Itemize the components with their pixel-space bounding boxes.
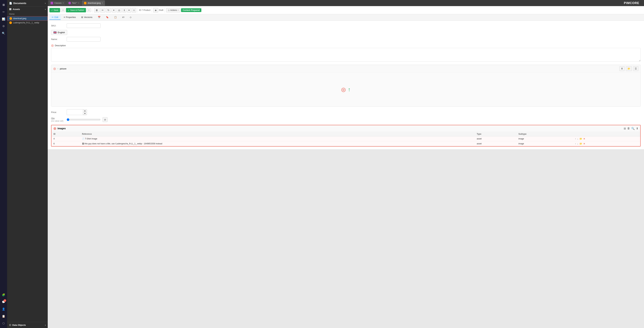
qty-slider[interactable]: [67, 118, 100, 121]
actions-button[interactable]: ◇ Actions ▾: [166, 8, 180, 12]
price-spinner: ▲ ▼: [83, 109, 87, 115]
tab-download[interactable]: 🟠 download.jpeg ×: [82, 0, 105, 6]
picture-upload-large-icon: ↑: [348, 86, 350, 93]
picture-folder-btn[interactable]: 📁: [626, 66, 632, 71]
row1-ref-label: T-Shirt Image: [85, 137, 97, 140]
form-content: SKU: 🇬🇧 English Name: ◎ Description: [48, 21, 644, 149]
picture-up-icon: ↑: [57, 67, 58, 70]
actions-label: Actions: [170, 9, 177, 11]
sku-input[interactable]: [67, 23, 100, 28]
images-table-header: ID Reference Type Subtype: [52, 132, 640, 136]
tab-classes[interactable]: 🟪 Classes ×: [48, 0, 66, 6]
assets-arrow[interactable]: ›: [45, 8, 46, 11]
info-button[interactable]: ℹ: [122, 8, 126, 13]
data-objects-section[interactable]: ⬡ Data Objects ›: [7, 322, 48, 328]
download-tab-close[interactable]: ×: [102, 2, 103, 4]
save-publish-button[interactable]: ✓ Save & Publish: [66, 8, 86, 12]
language-tab[interactable]: 🇬🇧 English: [51, 30, 67, 35]
picture-label: picture: [60, 67, 66, 70]
sidebar-icon-search[interactable]: 🔍: [0, 30, 6, 36]
documents-arrow[interactable]: ›: [45, 2, 46, 5]
toolbar-sep-3: [152, 8, 152, 13]
documents-header[interactable]: 📄 Documents ›: [7, 0, 48, 7]
file-tree-item-ladengescha[interactable]: 🟠 Ladengescha_ft-LL_1_.webp: [7, 21, 48, 25]
share-button[interactable]: ⎋: [132, 8, 136, 13]
table-row: 6 🖼 this guy does not have a title, use …: [52, 141, 640, 146]
images-search-btn[interactable]: 🔍: [631, 127, 635, 130]
sec-tab-tag[interactable]: 🏷: [120, 15, 127, 20]
row2-up-btn[interactable]: ↑: [575, 142, 576, 145]
sec-tab-properties[interactable]: ≡ Properties: [61, 15, 78, 20]
info-dropdown-button[interactable]: ▾: [127, 8, 131, 13]
sec-tab-tasks[interactable]: 📋: [112, 15, 119, 20]
sidebar-icon-plugin[interactable]: 🧩: [0, 292, 6, 298]
save-dropdown-arrow: ▾: [62, 9, 64, 11]
breadcrumb: Home: [7, 12, 48, 16]
row1-down-btn[interactable]: ↓: [577, 137, 578, 140]
download-file-icon: 🟠: [9, 17, 12, 20]
qty-reset-btn[interactable]: ⊘: [102, 117, 108, 122]
delete-button[interactable]: 🗑: [94, 8, 100, 13]
sidebar-icon-settings[interactable]: ⚙: [0, 23, 6, 29]
bookmark-icon: 🔖: [106, 16, 109, 19]
assets-header[interactable]: 🖼 Assets ›: [7, 7, 48, 12]
target-button[interactable]: ◎: [116, 8, 122, 13]
sidebar-icon-list[interactable]: 📋: [0, 313, 6, 319]
row2-subtype: image: [516, 141, 573, 146]
row2-folder-btn[interactable]: 📁: [579, 142, 582, 145]
picture-upload-btn[interactable]: ⬆: [620, 66, 624, 71]
row2-down-btn[interactable]: ↓: [577, 142, 578, 145]
price-up-btn[interactable]: ▲: [83, 109, 87, 112]
sec-tab-versions[interactable]: ⊞ Versions: [79, 15, 95, 20]
icon-sidebar: ⊞ ✏ 📊 ⚙ 🔍 🧩 💬 4 👤 📋 ⬡: [0, 0, 7, 328]
sec-tab-bookmark[interactable]: 🔖: [104, 15, 111, 20]
edit-pencil-button[interactable]: ✏: [100, 8, 105, 13]
save-publish-dropdown-button[interactable]: ▾: [87, 8, 91, 12]
schedule-icon: 📅: [98, 16, 100, 19]
images-section-label: Images: [58, 127, 66, 130]
sidebar-icon-pimcore[interactable]: ⬡: [0, 320, 6, 326]
save-dropdown-button[interactable]: ▾: [61, 8, 65, 12]
classes-tab-close[interactable]: ×: [62, 2, 64, 4]
download-tab-icon: 🟠: [84, 2, 87, 5]
sidebar-icon-chat[interactable]: 💬 4: [0, 299, 6, 305]
tabs-left: 🟪 Classes × 🟣 Test * × 🟠 download.jpeg ×: [48, 0, 105, 6]
save-button[interactable]: ✓ Save: [50, 8, 60, 12]
sec-tab-edit[interactable]: ✏ Edit: [50, 15, 60, 20]
diamond-icon: ◇: [130, 16, 132, 19]
row2-delete-btn[interactable]: ✕: [583, 142, 585, 145]
assets-icon: 🖼: [9, 8, 11, 11]
sidebar-icon-charts[interactable]: 📊: [0, 16, 6, 22]
name-input[interactable]: [67, 37, 100, 42]
file-tree-item-download[interactable]: 🟠 download.jpeg: [7, 16, 48, 21]
sidebar-icon-dashboard[interactable]: ⊞: [0, 2, 6, 8]
properties-tab-icon: ≡: [64, 16, 65, 19]
price-down-btn[interactable]: ▼: [83, 112, 87, 115]
refresh-button[interactable]: ↻: [106, 8, 111, 13]
sidebar-icon-tools[interactable]: ✏: [0, 9, 6, 15]
pimcore-logo: PIMCORE: [624, 1, 642, 5]
picture-body: ◎ ↑: [51, 73, 640, 106]
sidebar-icon-person[interactable]: 👤: [0, 306, 6, 312]
sec-tab-diamond[interactable]: ◇: [128, 15, 134, 20]
description-target-icon: ◎: [51, 44, 54, 47]
test-tab-close[interactable]: ×: [78, 2, 79, 4]
description-textarea[interactable]: [51, 48, 640, 62]
actions-icon: ◇: [168, 9, 170, 11]
row1-delete-btn[interactable]: ✕: [583, 137, 585, 140]
price-input[interactable]: [67, 110, 83, 114]
picture-menu-btn[interactable]: ☰: [633, 66, 638, 71]
row1-up-btn[interactable]: ↑: [575, 137, 576, 140]
dropdown-more-button[interactable]: ▾: [112, 8, 116, 13]
data-objects-arrow[interactable]: ›: [45, 324, 46, 326]
images-header-left: ◎ Images: [54, 126, 66, 130]
row2-reference: 🖼 this guy does not have a title, use /L…: [80, 141, 475, 146]
name-row: Name:: [51, 37, 640, 42]
images-filter-btn[interactable]: ⊞: [624, 127, 626, 130]
images-upload-btn[interactable]: ⬆: [636, 127, 638, 130]
images-delete-btn[interactable]: 🗑: [627, 127, 630, 130]
row1-folder-btn[interactable]: 📁: [579, 137, 582, 140]
sec-tab-schedule[interactable]: 📅: [96, 15, 103, 20]
tab-test[interactable]: 🟣 Test * ×: [66, 0, 82, 6]
images-section: ◎ Images ⊞ 🗑 🔍 ⬆ ID Reference: [51, 125, 640, 146]
